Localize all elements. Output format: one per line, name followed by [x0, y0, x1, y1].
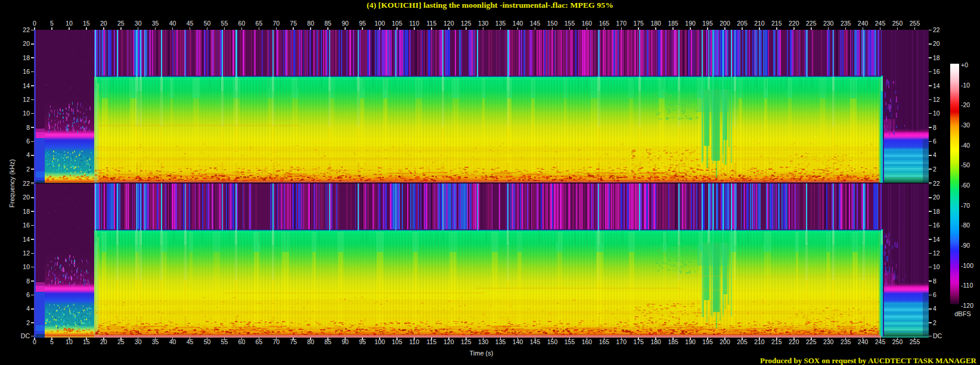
- svg-text:125: 125: [461, 20, 472, 27]
- svg-text:220: 220: [789, 20, 799, 27]
- svg-text:2: 2: [933, 166, 936, 173]
- svg-text:120: 120: [444, 20, 454, 27]
- svg-text:195: 195: [702, 338, 713, 345]
- svg-text:Produced by SOX on request by: Produced by SOX on request by AUCDTECT T…: [760, 356, 976, 365]
- svg-text:205: 205: [737, 20, 748, 27]
- svg-text:-10: -10: [961, 82, 970, 89]
- svg-text:165: 165: [599, 338, 610, 345]
- svg-text:16: 16: [23, 222, 30, 229]
- svg-text:2: 2: [26, 319, 30, 326]
- svg-text:10: 10: [23, 263, 30, 270]
- svg-text:Frequency (kHz): Frequency (kHz): [8, 159, 15, 207]
- svg-text:6: 6: [26, 138, 30, 145]
- svg-text:20: 20: [23, 194, 30, 201]
- svg-text:120: 120: [444, 338, 454, 345]
- svg-text:65: 65: [256, 20, 263, 27]
- svg-text:95: 95: [359, 338, 366, 345]
- svg-text:145: 145: [530, 20, 541, 27]
- svg-text:15: 15: [83, 338, 90, 345]
- svg-text:55: 55: [221, 338, 228, 345]
- svg-text:155: 155: [565, 338, 575, 345]
- svg-text:2: 2: [933, 319, 936, 326]
- svg-text:10: 10: [933, 110, 940, 117]
- svg-text:8: 8: [933, 277, 936, 285]
- svg-text:245: 245: [875, 338, 886, 345]
- svg-text:70: 70: [272, 338, 280, 345]
- svg-text:14: 14: [933, 82, 940, 89]
- svg-text:40: 40: [169, 20, 176, 27]
- svg-text:6: 6: [933, 291, 936, 298]
- svg-text:0: 0: [33, 20, 36, 27]
- svg-text:135: 135: [495, 338, 506, 345]
- svg-text:225: 225: [806, 338, 817, 345]
- svg-text:95: 95: [359, 20, 366, 27]
- svg-text:75: 75: [290, 20, 297, 27]
- svg-text:50: 50: [204, 20, 211, 27]
- svg-text:5: 5: [50, 20, 54, 27]
- svg-text:85: 85: [324, 338, 331, 345]
- svg-text:200: 200: [720, 338, 730, 345]
- svg-text:140: 140: [513, 338, 523, 345]
- svg-text:10: 10: [66, 20, 73, 27]
- svg-text:90: 90: [342, 20, 349, 27]
- svg-text:10: 10: [23, 110, 30, 117]
- svg-text:195: 195: [702, 20, 713, 27]
- svg-text:160: 160: [582, 338, 593, 345]
- svg-text:6: 6: [26, 291, 30, 298]
- svg-text:18: 18: [23, 54, 30, 61]
- svg-text:8: 8: [26, 124, 30, 131]
- svg-text:100: 100: [374, 20, 385, 27]
- svg-text:22: 22: [23, 180, 30, 187]
- svg-text:175: 175: [633, 338, 644, 345]
- svg-text:35: 35: [152, 20, 159, 27]
- svg-text:180: 180: [650, 20, 661, 27]
- svg-text:-80: -80: [961, 222, 970, 229]
- svg-text:225: 225: [806, 20, 817, 27]
- svg-text:255: 255: [910, 338, 920, 345]
- svg-text:-60: -60: [961, 182, 970, 189]
- svg-text:245: 245: [875, 20, 886, 27]
- svg-text:65: 65: [256, 338, 263, 345]
- svg-text:25: 25: [117, 20, 125, 27]
- svg-text:+0: +0: [961, 61, 968, 68]
- svg-text:235: 235: [841, 20, 851, 27]
- svg-text:40: 40: [169, 338, 176, 345]
- svg-text:20: 20: [100, 338, 107, 345]
- svg-text:165: 165: [599, 20, 610, 27]
- svg-text:100: 100: [374, 338, 385, 345]
- svg-text:110: 110: [410, 20, 420, 27]
- svg-text:130: 130: [478, 20, 489, 27]
- svg-text:-110: -110: [961, 282, 973, 289]
- svg-text:-70: -70: [961, 202, 970, 209]
- svg-text:215: 215: [771, 338, 782, 345]
- svg-text:190: 190: [685, 20, 696, 27]
- svg-text:30: 30: [135, 338, 142, 345]
- svg-text:185: 185: [668, 20, 678, 27]
- svg-text:20: 20: [23, 40, 30, 47]
- svg-text:60: 60: [238, 20, 246, 27]
- svg-text:45: 45: [187, 338, 194, 345]
- svg-text:dBFS: dBFS: [954, 310, 971, 317]
- svg-text:4: 4: [26, 305, 30, 312]
- svg-text:DC: DC: [21, 332, 30, 339]
- svg-text:16: 16: [933, 222, 940, 229]
- svg-text:14: 14: [23, 82, 30, 89]
- svg-text:14: 14: [933, 236, 940, 243]
- svg-text:230: 230: [823, 20, 834, 27]
- svg-text:-90: -90: [961, 242, 970, 249]
- svg-text:115: 115: [427, 20, 437, 27]
- svg-text:22: 22: [23, 26, 30, 33]
- svg-text:115: 115: [427, 338, 437, 345]
- svg-text:175: 175: [633, 20, 644, 27]
- svg-text:180: 180: [650, 338, 661, 345]
- svg-text:185: 185: [668, 338, 678, 345]
- svg-text:5: 5: [50, 338, 54, 345]
- svg-text:-50: -50: [961, 161, 970, 169]
- svg-text:(4) [KOUICHI] lasting the moon: (4) [KOUICHI] lasting the moonlight -ins…: [367, 1, 613, 10]
- svg-text:-30: -30: [961, 121, 970, 129]
- svg-text:240: 240: [858, 20, 869, 27]
- svg-text:140: 140: [513, 20, 523, 27]
- svg-text:210: 210: [754, 20, 765, 27]
- svg-text:-20: -20: [961, 101, 970, 108]
- svg-text:55: 55: [221, 20, 228, 27]
